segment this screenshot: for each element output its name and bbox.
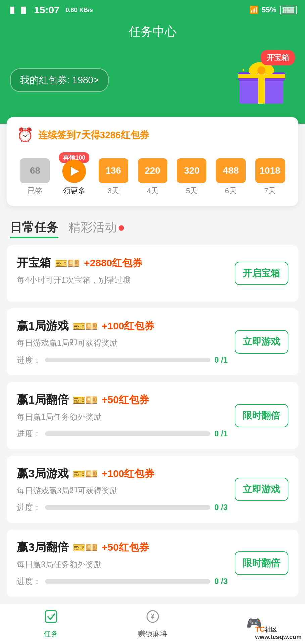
day-item-5: 320 5天 — [173, 158, 210, 196]
task-button-double3[interactable]: 限时翻倍 — [235, 551, 288, 575]
day-label-4: 4天 — [147, 186, 158, 196]
progress-label-5: 进度： — [17, 576, 41, 587]
open-box-badge[interactable]: 开宝箱 — [261, 50, 295, 65]
svg-rect-3 — [238, 74, 285, 78]
day-label-2: 领更多 — [63, 186, 85, 196]
task-reward-text-2: +100红包券 — [102, 319, 155, 333]
tab-dot — [119, 225, 124, 231]
tab-activities[interactable]: 精彩活动 — [68, 219, 124, 238]
task-title-row-4: 赢3局游戏 🎫💴 +100红包券 — [17, 466, 228, 481]
task-title-4: 赢3局游戏 — [17, 466, 69, 481]
svg-rect-10 — [45, 611, 57, 622]
task-left-5: 赢3局翻倍 🎫💴 +50红包券 每日赢3局任务额外奖励 进度： 0 /3 — [17, 540, 235, 587]
task-reward-icon-5: 🎫💴 — [73, 542, 98, 553]
task-reward-text-3: +50红包券 — [102, 393, 149, 407]
day-box-7: 1018 — [255, 158, 285, 183]
red-envelope-button[interactable]: 我的红包券: 1980> — [10, 68, 109, 92]
progress-bar-bg-5 — [45, 579, 210, 584]
day-item-6: 488 6天 — [213, 158, 249, 196]
task-desc-5: 每日赢3局任务额外奖励 — [17, 558, 228, 571]
task-list: 开宝箱 🎫💴 +2880红包券 每4小时可开1次宝箱，别错过哦 开启宝箱 赢1局… — [0, 245, 305, 603]
status-bar: ▐▌ ▐▌ 15:07 0.80 KB/s 📶 55% ▓▓▓ — [0, 0, 305, 20]
task-item-open-box: 开宝箱 🎫💴 +2880红包券 每4小时可开1次宝箱，别错过哦 开启宝箱 — [7, 245, 298, 302]
progress-count-2: 0 /1 — [214, 355, 228, 365]
tab-daily-tasks[interactable]: 日常任务 — [10, 219, 58, 238]
signin-card: ⏰ 连续签到7天得3286红包券 68 已签 再领100 领更多 136 3天 — [7, 117, 298, 206]
progress-count-3: 0 /1 — [214, 429, 228, 438]
time-display: 15:07 — [34, 4, 60, 16]
play-button[interactable] — [62, 160, 86, 183]
day-item-3: 136 3天 — [95, 158, 132, 196]
status-right: 📶 55% ▓▓▓ — [249, 6, 297, 14]
nav-label-tasks: 任务 — [44, 629, 58, 639]
task-reward-icon-2: 🎫💴 — [73, 320, 98, 332]
svg-text:✦: ✦ — [282, 73, 285, 78]
nav-item-mahjong[interactable]: ¥ 赚钱麻将 — [102, 609, 203, 639]
clock-icon: ⏰ — [17, 127, 34, 143]
task-desc-4: 每日游戏赢3局即可获得奖励 — [17, 485, 228, 497]
day-box-1: 68 — [20, 158, 50, 183]
wifi-icon: 📶 — [249, 6, 258, 14]
day-label-7: 7天 — [264, 186, 276, 196]
task-button-win3[interactable]: 立即游戏 — [235, 478, 288, 501]
mahjong-nav-icon: ¥ — [146, 609, 160, 627]
progress-count-4: 0 /3 — [214, 503, 228, 512]
task-title-row-1: 开宝箱 🎫💴 +2880红包券 — [17, 255, 228, 271]
progress-bar-bg-3 — [45, 431, 210, 436]
task-title-3: 赢1局翻倍 — [17, 392, 69, 408]
task-left-1: 开宝箱 🎫💴 +2880红包券 每4小时可开1次宝箱，别错过哦 — [17, 255, 235, 291]
task-item-win3: 赢3局游戏 🎫💴 +100红包券 每日游戏赢3局即可获得奖励 进度： 0 /3 … — [7, 456, 298, 523]
svg-text:✦: ✦ — [241, 67, 245, 73]
task-progress-5: 进度： 0 /3 — [17, 576, 228, 587]
svg-point-6 — [257, 66, 265, 74]
day-box-4: 220 — [138, 158, 167, 183]
day-item-2[interactable]: 再领100 领更多 — [56, 160, 93, 196]
gift-box-area: 开宝箱 ✦ ✦ ✦ — [228, 50, 295, 110]
header: 任务中心 — [0, 20, 305, 47]
progress-bar-bg-2 — [45, 358, 210, 362]
task-button-double1[interactable]: 限时翻倍 — [235, 404, 288, 427]
svg-text:¥: ¥ — [151, 612, 155, 620]
signal-icon-2: ▐▌ — [19, 7, 28, 14]
tasks-nav-icon — [44, 609, 58, 627]
battery-percent: 55% — [262, 6, 276, 14]
tabs-section: 日常任务 精彩活动 — [0, 206, 305, 245]
day-box-3: 136 — [99, 158, 128, 183]
nav-item-tasks[interactable]: 任务 — [0, 609, 102, 639]
task-title-row-3: 赢1局翻倍 🎫💴 +50红包券 — [17, 392, 228, 408]
day-item-1: 68 已签 — [17, 158, 53, 196]
speed-display: 0.80 KB/s — [66, 7, 93, 14]
progress-count-5: 0 /3 — [214, 577, 228, 586]
progress-label-2: 进度： — [17, 355, 41, 365]
day-item-4: 220 4天 — [134, 158, 171, 196]
task-desc-3: 每日赢1局任务额外奖励 — [17, 411, 228, 423]
play-triangle-icon — [71, 167, 79, 176]
nav-label-mahjong: 赚钱麻将 — [138, 629, 167, 639]
task-title-2: 赢1局游戏 — [17, 318, 69, 334]
day-item-7: 1018 7天 — [252, 158, 288, 196]
progress-bar-bg-4 — [45, 505, 210, 510]
task-button-open-box[interactable]: 开启宝箱 — [235, 262, 288, 285]
task-reward-text-1: +2880红包券 — [84, 256, 142, 270]
task-left-2: 赢1局游戏 🎫💴 +100红包券 每日游戏赢1局即可获得奖励 进度： 0 /1 — [17, 318, 235, 365]
task-progress-2: 进度： 0 /1 — [17, 355, 228, 365]
task-button-win1[interactable]: 立即游戏 — [235, 330, 288, 354]
task-desc-2: 每日游戏赢1局即可获得奖励 — [17, 337, 228, 349]
task-reward-text-5: +50红包券 — [102, 541, 149, 554]
signin-title: 连续签到7天得3286红包券 — [38, 129, 149, 142]
task-left-4: 赢3局游戏 🎫💴 +100红包券 每日游戏赢3局即可获得奖励 进度： 0 /3 — [17, 466, 235, 513]
task-reward-icon-1: 🎫💴 — [55, 257, 80, 269]
day-box-5: 320 — [177, 158, 206, 183]
day-label-3: 3天 — [108, 186, 119, 196]
day-box-6: 488 — [216, 158, 246, 183]
status-left: ▐▌ ▐▌ 15:07 0.80 KB/s — [8, 4, 93, 16]
task-progress-4: 进度： 0 /3 — [17, 502, 228, 513]
progress-label-4: 进度： — [17, 502, 41, 513]
task-reward-icon-4: 🎫💴 — [73, 468, 98, 480]
task-item-win1: 赢1局游戏 🎫💴 +100红包券 每日游戏赢1局即可获得奖励 进度： 0 /1 … — [7, 308, 298, 375]
task-item-double3: 赢3局翻倍 🎫💴 +50红包券 每日赢3局任务额外奖励 进度： 0 /3 限时翻… — [7, 530, 298, 597]
task-reward-icon-3: 🎫💴 — [73, 394, 98, 406]
task-reward-text-4: +100红包券 — [102, 467, 155, 481]
task-desc-1: 每4小时可开1次宝箱，别错过哦 — [17, 274, 228, 286]
banner-area: 我的红包券: 1980> 开宝箱 ✦ ✦ ✦ — [0, 47, 305, 124]
